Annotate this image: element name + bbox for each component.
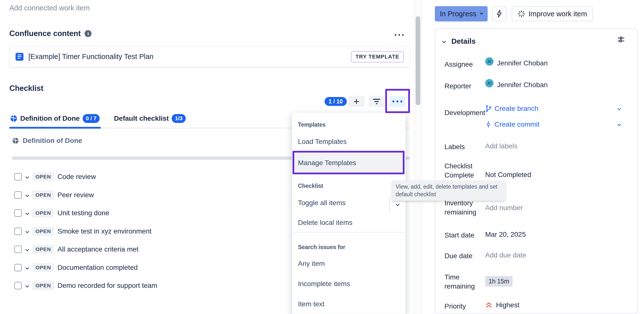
checklist-more-menu: Templates Load Templates Manage Template… — [292, 112, 406, 314]
item-status-badge[interactable]: OPEN — [32, 172, 54, 181]
avatar[interactable]: JC — [485, 79, 494, 87]
field-label-development: Development — [444, 108, 485, 117]
checklist-item-row: OPEN Documentation completed — [9, 263, 138, 272]
details-header[interactable]: Details — [443, 37, 476, 46]
menu-divider — [292, 232, 406, 232]
chevron-down-icon[interactable] — [26, 193, 29, 197]
status-dropdown-button[interactable]: In Progress — [435, 6, 488, 22]
tab-label: Definition of Done — [20, 115, 80, 122]
assignee-value[interactable]: Jennifer Choban — [497, 59, 548, 67]
globe-icon — [12, 138, 19, 144]
create-commit-label: Create commit — [494, 120, 540, 128]
details-panel: Details Assignee JC Jennifer Choban Repo… — [435, 28, 638, 314]
item-text[interactable]: Smoke test in xyz environment — [58, 227, 152, 235]
time-remaining-badge[interactable]: 1h 15m — [485, 276, 512, 286]
chevron-down-icon[interactable] — [26, 284, 29, 287]
menu-item-any-item[interactable]: Any item — [298, 260, 325, 268]
labels-value[interactable]: Add labels — [485, 142, 518, 150]
tab-definition-of-done[interactable]: Definition of Done 0 / 7 — [9, 114, 101, 129]
confluence-content-title: Confluence content — [9, 29, 81, 38]
checklist-item-row: OPEN Smoke test in xyz environment — [9, 226, 152, 236]
due-date-value[interactable]: Add due date — [485, 251, 526, 259]
chevron-down-icon — [396, 202, 400, 206]
item-checkbox[interactable] — [14, 209, 22, 217]
confluence-content-header: Confluence content i — [9, 29, 92, 38]
create-commit-link[interactable]: Create commit — [485, 120, 540, 128]
improve-work-item-button[interactable]: Improve work item — [512, 7, 593, 21]
configure-fields-icon[interactable] — [617, 36, 625, 44]
checklist-progress-badge: 1 / 10 — [324, 97, 347, 106]
checklist-more-button[interactable] — [389, 96, 406, 107]
chevron-down-icon[interactable] — [617, 107, 621, 111]
tab-count-badge: 0 / 7 — [83, 114, 100, 123]
confluence-page-card[interactable]: [Example] Timer Functionality Test Plan … — [9, 46, 410, 67]
item-status-badge[interactable]: OPEN — [32, 245, 54, 254]
field-label-time-remaining: Time remaining — [444, 272, 489, 291]
priority-highest-icon — [485, 301, 492, 309]
create-branch-label: Create branch — [494, 105, 538, 113]
menu-group-search-issues-for: Search issues for — [298, 244, 345, 250]
start-date-value[interactable]: Mar 20, 2025 — [485, 231, 526, 238]
menu-item-manage-templates[interactable]: Manage Templates — [298, 159, 356, 167]
field-label-reporter: Reporter — [444, 82, 489, 91]
item-text[interactable]: Demo recorded for support team — [58, 282, 157, 289]
field-label-start-date: Start date — [444, 231, 489, 240]
avatar[interactable]: JC — [485, 57, 494, 66]
menu-item-toggle-all-items[interactable]: Toggle all items — [298, 199, 346, 207]
reporter-value[interactable]: Jennifer Choban — [497, 81, 548, 89]
create-branch-link[interactable]: Create branch — [485, 105, 538, 113]
item-text[interactable]: Peer review — [58, 191, 94, 199]
confluence-page-title[interactable]: [Example] Timer Functionality Test Plan — [28, 53, 154, 61]
item-text[interactable]: All acceptance criteria met — [58, 245, 138, 253]
lightning-icon — [496, 10, 503, 18]
item-text[interactable]: Unit testing done — [58, 209, 109, 217]
menu-item-delete-local-items[interactable]: Delete local items — [298, 219, 352, 227]
chevron-down-icon[interactable] — [26, 229, 29, 233]
item-status-badge[interactable]: OPEN — [32, 227, 54, 236]
automation-button[interactable] — [492, 7, 506, 21]
chevron-down-icon[interactable] — [26, 247, 29, 251]
item-checkbox[interactable] — [14, 246, 22, 253]
menu-group-checklist: Checklist — [298, 183, 323, 189]
item-checkbox[interactable] — [14, 228, 22, 235]
scrollbar-thumb[interactable] — [416, 16, 420, 105]
try-template-button[interactable]: TRY TEMPLATE — [351, 51, 404, 63]
filter-icon — [373, 99, 380, 104]
add-connected-work-item[interactable]: Add connected work item — [9, 4, 90, 12]
confluence-page-icon — [16, 53, 24, 61]
field-label-due-date: Due date — [444, 251, 489, 260]
commit-icon — [485, 121, 492, 128]
item-checkbox[interactable] — [14, 191, 22, 199]
info-icon[interactable]: i — [84, 30, 92, 37]
item-status-badge[interactable]: OPEN — [32, 263, 54, 272]
tab-default-checklist[interactable]: Default checklist 1/3 — [113, 114, 187, 129]
menu-item-incomplete-items[interactable]: Incomplete items — [298, 280, 350, 288]
item-status-badge[interactable]: OPEN — [32, 281, 54, 290]
item-checkbox[interactable] — [14, 264, 22, 271]
confluence-more-icon[interactable] — [395, 34, 404, 36]
add-item-button[interactable]: + — [348, 96, 364, 107]
field-label-checklist-complete: Checklist Complete — [444, 161, 489, 180]
checklist-section-header: Definition of Done — [12, 137, 82, 145]
chevron-down-icon[interactable] — [26, 175, 29, 179]
chevron-down-icon — [480, 11, 483, 15]
priority-value[interactable]: Highest — [485, 301, 520, 309]
chevron-down-icon[interactable] — [617, 122, 621, 126]
inventory-remaining-value[interactable]: Add number — [485, 204, 523, 212]
item-text[interactable]: Code review — [58, 173, 96, 181]
chevron-down-icon[interactable] — [26, 211, 29, 215]
improve-label: Improve work item — [528, 10, 587, 18]
item-checkbox[interactable] — [14, 282, 22, 289]
filter-button[interactable] — [368, 96, 385, 107]
item-text[interactable]: Documentation completed — [58, 264, 138, 271]
chevron-down-icon[interactable] — [26, 266, 29, 269]
item-status-badge[interactable]: OPEN — [32, 191, 54, 199]
work-item-page: Add connected work item Confluence conte… — [0, 0, 644, 314]
checklist-complete-value[interactable]: Not Completed — [485, 171, 531, 179]
item-status-badge[interactable]: OPEN — [32, 209, 54, 217]
menu-item-load-templates[interactable]: Load Templates — [298, 138, 346, 146]
checklist-item-row: OPEN Demo recorded for support team — [9, 281, 157, 290]
menu-item-item-text[interactable]: Item text — [298, 300, 324, 308]
checklist-tabs: Definition of Done 0 / 7 Default checkli… — [9, 114, 187, 129]
item-checkbox[interactable] — [14, 173, 22, 180]
